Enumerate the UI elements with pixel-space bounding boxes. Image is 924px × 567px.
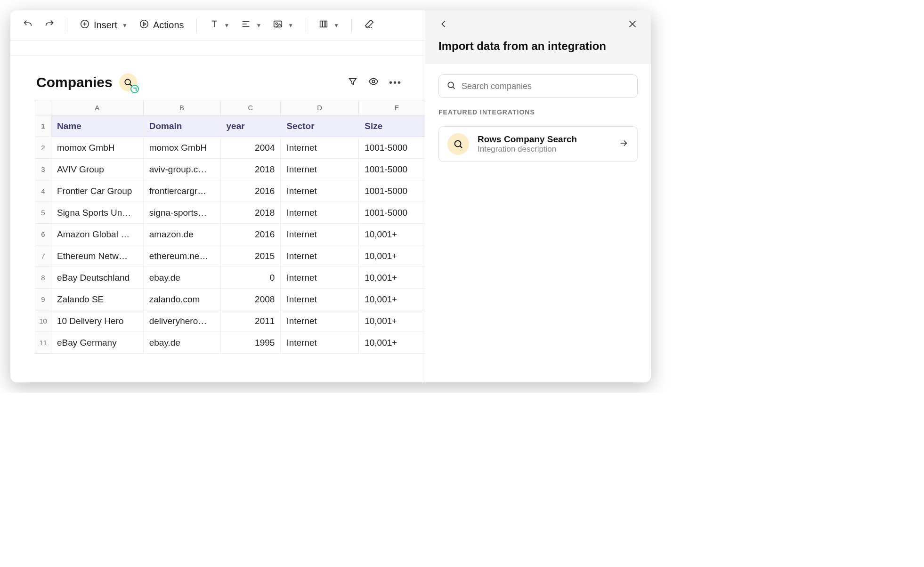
erase-button[interactable] [360,16,378,34]
close-button[interactable] [627,19,638,31]
visibility-button[interactable] [368,76,379,89]
redo-button[interactable] [41,16,58,34]
header-cell[interactable]: Name [51,115,144,137]
cell[interactable]: Frontier Car Group [51,180,144,202]
cell[interactable]: Internet [281,137,359,159]
actions-button[interactable]: Actions [135,16,188,34]
cell[interactable]: 1001-5000 [359,202,425,224]
cell[interactable]: 10,001+ [359,245,425,267]
columns-icon [318,19,329,32]
cell[interactable]: 2008 [221,289,281,310]
sheet-tools: ••• [348,76,402,89]
col-header[interactable]: E [359,100,425,115]
text-format-button[interactable]: ▼ [205,16,234,34]
sidebar-panel: Import data from an integration FEATURED… [425,10,651,382]
data-grid[interactable]: A B C D E 1 Name Domain year Sector Size… [35,100,425,354]
cell[interactable]: Internet [281,224,359,245]
row-number[interactable]: 8 [35,267,51,289]
back-button[interactable] [438,19,449,31]
cell[interactable]: Zalando SE [51,289,144,310]
more-button[interactable]: ••• [389,77,402,88]
header-cell[interactable]: year [221,115,281,137]
svg-point-8 [372,80,375,83]
cell[interactable]: 1995 [221,332,281,354]
cell[interactable]: 0 [221,267,281,289]
cell[interactable]: aviv-group.c… [144,159,221,180]
header-cell[interactable]: Size [359,115,425,137]
cell[interactable]: Amazon Global … [51,224,144,245]
row-number[interactable]: 5 [35,202,51,224]
cell[interactable]: 10,001+ [359,332,425,354]
cell[interactable]: 2018 [221,202,281,224]
cell[interactable]: Internet [281,159,359,180]
row-number[interactable]: 7 [35,245,51,267]
cell[interactable]: Internet [281,202,359,224]
table-row: 8 eBay Deutschland ebay.de 0 Internet 10… [35,267,425,289]
row-number[interactable]: 9 [35,289,51,310]
app-window: Insert ▼ Actions ▼ ▼ [10,10,651,382]
cell[interactable]: 10,001+ [359,289,425,310]
header-cell[interactable]: Sector [281,115,359,137]
integration-card[interactable]: Rows Company Search Integration descript… [438,126,638,162]
cell[interactable]: 2016 [221,180,281,202]
undo-button[interactable] [19,16,37,34]
cell[interactable]: ebay.de [144,267,221,289]
cell[interactable]: Internet [281,180,359,202]
cell[interactable]: 1001-5000 [359,159,425,180]
cell[interactable]: 1001-5000 [359,137,425,159]
cell[interactable]: 2016 [221,224,281,245]
cell[interactable]: Internet [281,310,359,332]
chevron-down-icon: ▼ [224,22,230,29]
formula-input[interactable] [22,44,413,52]
cell[interactable]: Internet [281,332,359,354]
columns-button[interactable]: ▼ [315,16,343,34]
row-number[interactable]: 6 [35,224,51,245]
cell[interactable]: 2015 [221,245,281,267]
cell[interactable]: Ethereum Netw… [51,245,144,267]
cell[interactable]: momox GmbH [51,137,144,159]
cell[interactable]: eBay Deutschland [51,267,144,289]
cell[interactable]: Signa Sports Un… [51,202,144,224]
cell[interactable]: 10,001+ [359,310,425,332]
filter-button[interactable] [348,76,358,89]
cell[interactable]: 1001-5000 [359,180,425,202]
insert-button[interactable]: Insert ▼ [76,16,131,34]
align-button[interactable]: ▼ [237,16,265,34]
cell[interactable]: amazon.de [144,224,221,245]
image-button[interactable]: ▼ [269,16,297,34]
cell[interactable]: 2011 [221,310,281,332]
cell[interactable]: 2004 [221,137,281,159]
cell[interactable]: 10,001+ [359,224,425,245]
cell[interactable]: frontiercargr… [144,180,221,202]
cell[interactable]: signa-sports… [144,202,221,224]
header-cell[interactable]: Domain [144,115,221,137]
cell[interactable]: eBay Germany [51,332,144,354]
col-header[interactable]: D [281,100,359,115]
cell[interactable]: deliveryhero… [144,310,221,332]
row-number[interactable]: 10 [35,310,51,332]
cell[interactable]: 2018 [221,159,281,180]
cell[interactable]: Internet [281,289,359,310]
search-field[interactable] [438,74,638,98]
cell[interactable]: Internet [281,245,359,267]
row-number[interactable]: 11 [35,332,51,354]
cell[interactable]: ethereum.ne… [144,245,221,267]
row-number[interactable]: 2 [35,137,51,159]
cell[interactable]: ebay.de [144,332,221,354]
cell[interactable]: AVIV Group [51,159,144,180]
row-number[interactable]: 1 [35,115,51,137]
cell[interactable]: momox GmbH [144,137,221,159]
row-number[interactable]: 3 [35,159,51,180]
cell[interactable]: zalando.com [144,289,221,310]
col-header[interactable]: C [221,100,281,115]
cell[interactable]: 10 Delivery Hero [51,310,144,332]
table-row: 5 Signa Sports Un… signa-sports… 2018 In… [35,202,425,224]
search-input[interactable] [462,81,630,91]
col-header[interactable]: B [144,100,221,115]
cell[interactable]: 10,001+ [359,267,425,289]
row-number[interactable]: 4 [35,180,51,202]
grid-corner[interactable] [35,100,51,115]
cell[interactable]: Internet [281,267,359,289]
col-header[interactable]: A [51,100,144,115]
company-search-badge[interactable] [119,73,137,91]
